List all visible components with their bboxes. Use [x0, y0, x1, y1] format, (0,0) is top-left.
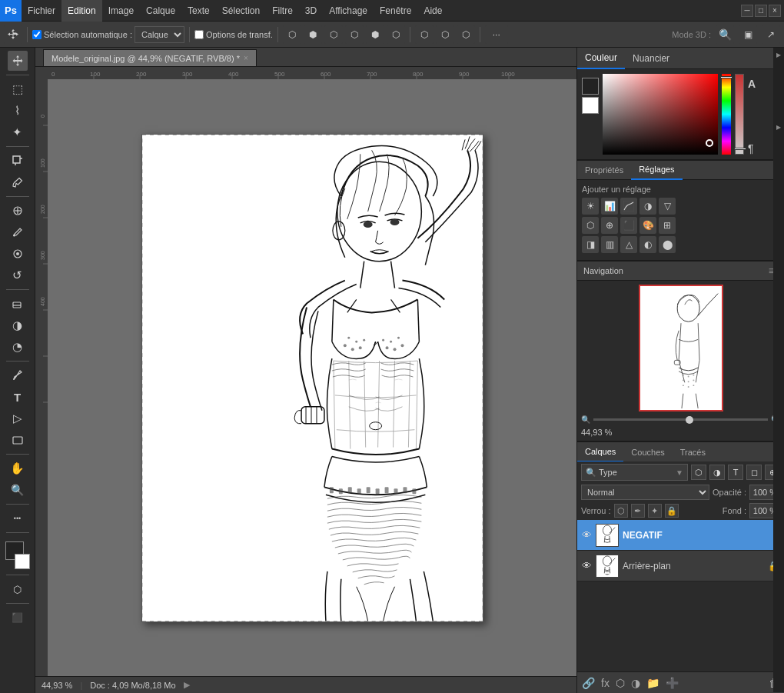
- reglage-posterize[interactable]: ▥: [601, 236, 618, 253]
- reglage-selective-color[interactable]: ⬤: [659, 236, 676, 253]
- reglage-hue[interactable]: ⬡: [582, 217, 599, 234]
- brush-tool[interactable]: [8, 222, 28, 242]
- color-type-A[interactable]: A: [748, 78, 756, 90]
- align-bottom-btn[interactable]: ⬡: [387, 25, 405, 44]
- tab-nuancier[interactable]: Nuancier: [625, 48, 677, 69]
- lock-all-btn[interactable]: 🔒: [665, 504, 679, 518]
- layer-negatif-eye[interactable]: 👁: [582, 529, 592, 541]
- clone-stamp-tool[interactable]: [8, 244, 28, 264]
- align-left-btn[interactable]: ⬡: [283, 25, 301, 44]
- menu-edition[interactable]: Edition: [61, 0, 102, 22]
- menu-calque[interactable]: Calque: [140, 0, 181, 22]
- zoom-slider-track[interactable]: [593, 418, 768, 421]
- zoom-tool[interactable]: 🔍: [8, 480, 28, 500]
- align-right-btn[interactable]: ⬡: [324, 25, 343, 44]
- maximize-btn[interactable]: □: [755, 5, 767, 17]
- hand-tool[interactable]: ✋: [8, 458, 28, 478]
- layer-link-btn[interactable]: 🔗: [582, 677, 595, 689]
- tab-proprietes[interactable]: Propriétés: [577, 160, 631, 180]
- share-btn[interactable]: ↗: [762, 25, 780, 44]
- reglage-gradient-map[interactable]: ◐: [639, 236, 656, 253]
- color-type-para[interactable]: ¶: [748, 142, 756, 155]
- reglage-threshold[interactable]: △: [620, 236, 637, 253]
- distribute-center-btn[interactable]: ⬡: [436, 25, 454, 44]
- close-btn[interactable]: ×: [769, 5, 781, 17]
- text-tool[interactable]: T: [8, 387, 28, 407]
- crop-tool[interactable]: [8, 151, 28, 171]
- selection-auto-check[interactable]: Sélection automatique :: [32, 30, 132, 39]
- view-btn[interactable]: ▣: [739, 25, 757, 44]
- bg-color-swatch[interactable]: [582, 97, 599, 114]
- eraser-tool[interactable]: [8, 294, 28, 314]
- pen-tool[interactable]: [8, 365, 28, 385]
- lock-pos-btn[interactable]: ✒: [631, 504, 645, 518]
- reglage-brightness[interactable]: ☀: [582, 198, 599, 215]
- menu-fichier[interactable]: Fichier: [22, 0, 61, 22]
- layer-mask-btn[interactable]: ⬡: [616, 677, 625, 689]
- reglage-photofilter[interactable]: 🎨: [639, 217, 656, 234]
- lasso-tool[interactable]: ⌇: [8, 101, 28, 121]
- menu-affichage[interactable]: Affichage: [323, 0, 374, 22]
- quick-mask-btn[interactable]: ⬡: [8, 579, 28, 599]
- align-top-btn[interactable]: ⬡: [345, 25, 364, 44]
- canvas-wrapper[interactable]: 0 100 200 300 400 500 600 700 800 900 10…: [35, 67, 576, 676]
- panel-expand-mid[interactable]: ▶: [773, 122, 784, 132]
- calque-dropdown[interactable]: Calque: [135, 26, 184, 43]
- document-tab[interactable]: Modele_original.jpg @ 44,9% (NEGATIF, RV…: [43, 49, 257, 66]
- fg-color-swatch[interactable]: [582, 78, 599, 95]
- screen-mode-btn[interactable]: ⬛: [8, 608, 28, 628]
- reglage-levels[interactable]: 📊: [601, 198, 618, 215]
- reglage-vibrance[interactable]: ▽: [659, 198, 676, 215]
- magic-wand-tool[interactable]: ✦: [8, 122, 28, 142]
- path-selection-tool[interactable]: ▷: [8, 408, 28, 428]
- panel-expand-top[interactable]: ▶: [773, 49, 784, 60]
- layer-filter-pixel-btn[interactable]: ⬡: [691, 465, 706, 480]
- nav-thumbnail[interactable]: [639, 285, 723, 411]
- background-swatch[interactable]: [15, 554, 30, 569]
- shape-tool[interactable]: [8, 430, 28, 450]
- layer-filter-dropdown[interactable]: 🔍 Type ▼: [581, 464, 688, 481]
- rectangular-marquee-tool[interactable]: ⬚: [8, 79, 28, 99]
- tab-calques[interactable]: Calques: [577, 442, 623, 462]
- layer-filter-adjust-btn[interactable]: ◑: [709, 465, 725, 480]
- reglage-curves[interactable]: [620, 198, 637, 215]
- move-tool[interactable]: [8, 51, 28, 71]
- layer-new-btn[interactable]: ➕: [666, 677, 679, 689]
- tab-couleur[interactable]: Couleur: [577, 48, 625, 69]
- reglage-exposure[interactable]: ◑: [639, 198, 656, 215]
- zoom-search-btn[interactable]: 🔍: [716, 25, 734, 44]
- layer-negatif[interactable]: 👁 NEGATIF: [577, 520, 784, 551]
- layer-group-btn[interactable]: 📁: [646, 677, 659, 689]
- layer-adjustment-btn[interactable]: ◑: [631, 677, 640, 689]
- alpha-slider[interactable]: [735, 74, 744, 155]
- tab-couches[interactable]: Couches: [623, 442, 672, 462]
- eyedropper-tool[interactable]: [8, 172, 28, 192]
- menu-filtre[interactable]: Filtre: [266, 0, 299, 22]
- history-brush-tool[interactable]: ↺: [8, 265, 28, 285]
- hue-slider[interactable]: [722, 74, 731, 155]
- reglage-blackwhite[interactable]: ⬛: [620, 217, 637, 234]
- layer-arriere-plan[interactable]: 👁 Ar: [577, 551, 784, 581]
- gradient-tool[interactable]: ◑: [8, 315, 28, 335]
- reglage-colorbalance[interactable]: ⊕: [601, 217, 618, 234]
- move-tool-btn[interactable]: [4, 25, 22, 44]
- distribute-left-btn[interactable]: ⬡: [415, 25, 434, 44]
- layer-arriere-eye[interactable]: 👁: [582, 560, 592, 571]
- menu-aide[interactable]: Aide: [417, 0, 448, 22]
- align-middle-btn[interactable]: ⬢: [366, 25, 384, 44]
- menu-texte[interactable]: Texte: [181, 0, 216, 22]
- selection-auto-checkbox[interactable]: [32, 30, 42, 39]
- align-center-btn[interactable]: ⬢: [304, 25, 322, 44]
- reglage-channel[interactable]: ⊞: [659, 217, 676, 234]
- more-tools-btn[interactable]: •••: [8, 508, 28, 528]
- options-transf-checkbox[interactable]: [194, 30, 204, 39]
- more-toolbar-btn[interactable]: ···: [485, 25, 508, 44]
- color-gradient-field[interactable]: [603, 74, 718, 155]
- blend-mode-select[interactable]: Normal: [581, 485, 709, 500]
- menu-image[interactable]: Image: [102, 0, 140, 22]
- menu-selection[interactable]: Sélection: [216, 0, 266, 22]
- minimize-btn[interactable]: ─: [741, 5, 753, 17]
- lock-artboard-btn[interactable]: ✦: [648, 504, 662, 518]
- layer-filter-type-btn[interactable]: T: [728, 465, 743, 480]
- dodge-tool[interactable]: ◔: [8, 337, 28, 357]
